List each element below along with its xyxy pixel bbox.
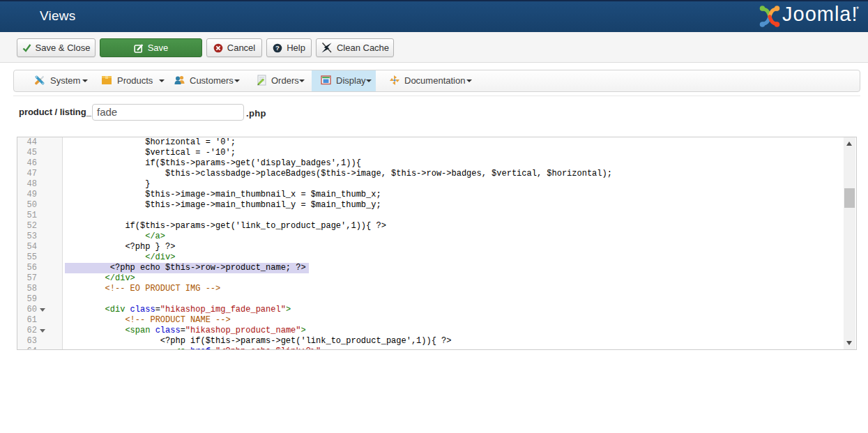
svg-text:?: ? (275, 44, 280, 52)
